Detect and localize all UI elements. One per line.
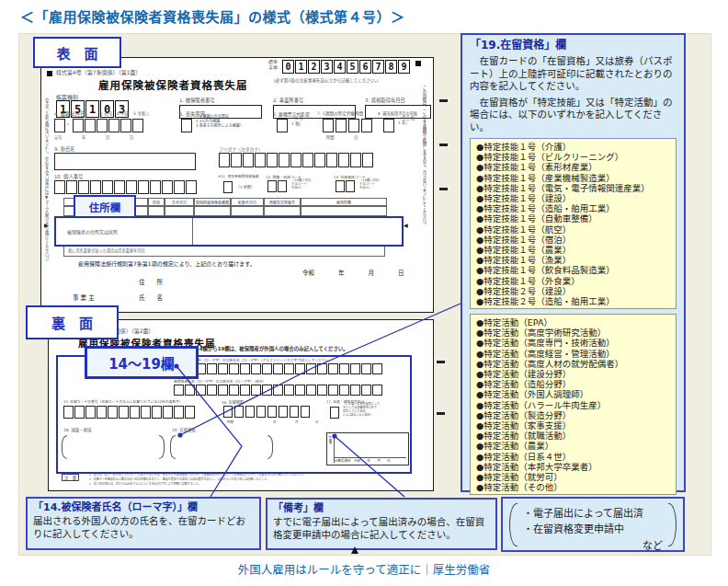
callout-field14-body: 届出される外国人の方の氏名を、在留カードどおりに記入してください。	[33, 514, 254, 540]
input-cell	[350, 385, 360, 396]
input-cell	[85, 119, 96, 132]
field-9-kana-cells	[219, 153, 373, 167]
input-cell	[295, 385, 305, 396]
input-cell	[362, 153, 373, 167]
field-1-label: 1. 被保険者番号	[179, 97, 215, 104]
list-item: ●特定技能１号（介護）	[476, 142, 672, 152]
kakunin-line: ※確認通知 令和 年 月 日	[335, 457, 406, 463]
list-item: ●特定活動（就職活動）	[476, 431, 672, 441]
panel-heading: 「19.在留資格」欄	[470, 40, 677, 52]
input-cell	[185, 406, 195, 419]
col-header: 生年月日	[165, 198, 194, 206]
list-item: ●特定技能１号（ビルクリーニング）	[476, 152, 672, 162]
input-cell	[119, 406, 129, 419]
table-cell	[231, 206, 264, 216]
input-cell	[63, 406, 74, 419]
back-side-label: 裏 面	[26, 305, 119, 339]
input-cell	[223, 406, 233, 418]
list-item: ●特定活動（高度人材の就労配偶者）	[476, 359, 672, 369]
col-header: 取得時被保険者種類	[194, 198, 231, 206]
field-14b-label: 被保険者氏名（ローマ字）又は新氏名（ローマ字）（続き）	[174, 379, 267, 384]
input-cell	[231, 153, 242, 167]
input-cell	[290, 406, 299, 418]
input-cell	[234, 406, 244, 418]
rows-14-19-note: 14欄から19欄は、被保険者が外国人の場合のみ記入してください。	[196, 345, 348, 352]
input-cell	[126, 180, 137, 194]
callout-biko-heading: 「備考」欄	[273, 502, 490, 514]
list-item: ●特定活動（就労可）	[476, 472, 672, 482]
input-cell	[78, 180, 89, 194]
table-cell	[148, 206, 165, 216]
input-cell	[273, 363, 283, 374]
input-cell	[245, 406, 255, 418]
cap-year: 年	[82, 134, 85, 140]
panel-paragraph-2: 在留資格が「特定技能」又は「特定活動」の場合には、以下のいずれかを記入してくださ…	[470, 97, 677, 134]
list-item: 7	[372, 60, 384, 74]
table-cell	[301, 206, 387, 216]
input-cell	[323, 119, 334, 132]
field-4-era-note: （ 元号 4 平成 5 令和 ）	[98, 110, 152, 116]
input-cell	[66, 180, 77, 194]
paren-left	[509, 503, 518, 546]
field-11-label: ※11. 喪失時被保険者種類	[218, 174, 259, 178]
input-cell	[251, 385, 261, 396]
tokutei-ginou-list: ●特定技能１号（介護）●特定技能１号（ビルクリーニング）●特定技能１号（素形材産…	[470, 138, 677, 309]
input-cell	[267, 180, 277, 192]
input-cell	[301, 406, 310, 418]
list-item: 6	[359, 60, 371, 74]
field-15-cells	[63, 406, 195, 419]
hyphen: -	[67, 121, 70, 128]
field-17-options: （1 派遣・請負労働者として 主として当該事業所以外で 就労していた場合 2 1…	[343, 403, 380, 417]
list-item: ●特定技能１号（電気・電子情報関連産業）	[476, 183, 672, 193]
input-cell	[223, 181, 233, 193]
input-cell	[181, 119, 192, 132]
input-cell	[174, 180, 185, 194]
fold-dash	[437, 361, 445, 363]
cap-era: 元号	[54, 134, 62, 140]
fold-dash	[439, 144, 448, 146]
input-cell	[279, 153, 290, 167]
input-cell	[85, 406, 96, 419]
field-17-cell	[330, 407, 339, 419]
field-12-cells	[267, 180, 287, 192]
input-cell	[330, 407, 339, 419]
input-cell	[273, 385, 283, 396]
input-cell	[218, 363, 228, 374]
input-cell	[132, 119, 143, 132]
callout-field14-heading: 「14.被保険者氏名（ローマ字）」欄	[33, 501, 254, 513]
cap-month: 月	[106, 134, 109, 140]
input-cell	[74, 406, 85, 419]
field-16-label: 16. 在留期間	[222, 399, 244, 405]
input-cell	[54, 180, 65, 194]
field-4-date-cells	[73, 119, 143, 132]
caution-line-3: 3 記入枠の部分は、枠からはみ出さないように大きめの文字により明瞭に記載すること…	[89, 482, 201, 486]
input-cell	[267, 406, 277, 418]
input-cell	[339, 363, 349, 374]
example-items: ・電子届出によって届出済・在留資格変更申請中	[523, 506, 643, 537]
input-cell	[219, 153, 230, 167]
registration-mark	[47, 71, 52, 76]
field-7-cells	[323, 119, 372, 132]
field-3-label: 3. 資格取得年月日	[365, 97, 405, 104]
input-cell	[361, 363, 371, 374]
list-item: ●特定技能１号（宿泊）	[476, 235, 672, 245]
table-cell	[194, 206, 231, 216]
list-item: ●特定技能１号（外食業）	[476, 276, 672, 286]
input-cell	[141, 406, 151, 419]
page-pointer-triangle	[351, 546, 358, 554]
input-cell	[186, 180, 197, 194]
field-14-cells	[174, 363, 382, 374]
input-cell	[240, 363, 250, 374]
list-item: ●特定活動（外国人調理師）	[476, 389, 672, 399]
input-cell	[361, 119, 372, 132]
input-cell	[207, 363, 217, 374]
input-cell	[162, 180, 173, 194]
example-suffix: など	[643, 537, 663, 552]
rename-note-text: 者に氏名変更があった場合は氏名変更年月日	[68, 247, 145, 253]
input-cell	[54, 119, 65, 132]
field-2-label: 2. 事業所番号	[273, 97, 303, 104]
list-item: ●特定活動（高度経営・管理活動）	[476, 349, 672, 359]
field-10-cells	[54, 180, 197, 194]
input-cell	[277, 119, 288, 132]
input-cell	[372, 385, 382, 396]
